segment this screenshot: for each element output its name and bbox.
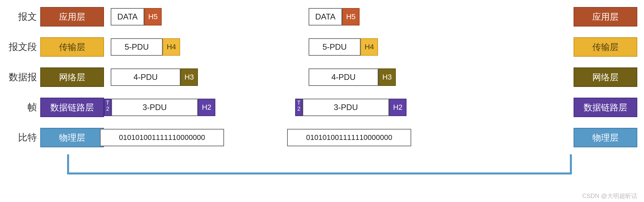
pdu-area-datalink: T 2 3-PDU H2 T 2 3-PDU H2 <box>111 99 567 116</box>
trans-header-left: H4 <box>163 38 180 56</box>
right-layer-physical: 物理层 <box>574 128 637 147</box>
physical-connector <box>67 154 572 174</box>
row-datalink: 帧 数据链路层 T 2 3-PDU H2 T 2 3-PDU H2 数据链路层 <box>7 97 637 117</box>
row-physical: 比特 物理层 010101001111110000000 01010100111… <box>7 128 637 148</box>
left-layer-physical: 物理层 <box>40 128 104 147</box>
right-pdu-application: DATA H5 <box>309 8 470 26</box>
watermark: CSDN @大明超昕话 <box>582 192 637 200</box>
row-application: 报文 应用层 DATA H5 DATA H5 应用层 <box>7 7 637 27</box>
right-layer-datalink: 数据链路层 <box>574 98 637 117</box>
link-trailer-left: T 2 <box>104 99 111 116</box>
left-pdu-application: DATA H5 <box>111 8 272 26</box>
right-layer-application: 应用层 <box>574 7 637 27</box>
net-data-left: 4-PDU <box>111 68 180 86</box>
bits-right: 010101001111110000000 <box>287 129 411 146</box>
link-data-left: 3-PDU <box>111 99 198 116</box>
trans-data-right: 5-PDU <box>309 38 361 56</box>
app-data-right: DATA <box>309 8 342 26</box>
right-layer-network: 网络层 <box>574 67 637 87</box>
app-header-left: H5 <box>144 8 162 26</box>
bits-left: 010101001111110000000 <box>100 129 224 146</box>
net-data-right: 4-PDU <box>309 68 378 86</box>
left-pdu-datalink: T 2 3-PDU H2 <box>104 99 265 116</box>
app-data-left: DATA <box>111 8 144 26</box>
trans-header-right: H4 <box>361 38 378 56</box>
label-segment: 报文段 <box>7 41 40 53</box>
pdu-area-application: DATA H5 DATA H5 <box>111 8 567 26</box>
left-pdu-physical: 010101001111110000000 <box>100 129 261 146</box>
left-pdu-transport: 5-PDU H4 <box>111 38 272 56</box>
left-layer-application: 应用层 <box>40 7 104 27</box>
net-header-right: H3 <box>378 68 396 86</box>
pdu-area-network: 4-PDU H3 4-PDU H3 <box>111 68 567 86</box>
row-network: 数据报 网络层 4-PDU H3 4-PDU H3 网络层 <box>7 67 637 87</box>
left-pdu-network: 4-PDU H3 <box>111 68 272 86</box>
link-trailer-right: T 2 <box>295 99 303 116</box>
pdu-area-physical: 010101001111110000000 010101001111110000… <box>111 129 567 146</box>
right-pdu-network: 4-PDU H3 <box>309 68 470 86</box>
link-header-right: H2 <box>389 99 407 116</box>
right-pdu-datalink: T 2 3-PDU H2 <box>295 99 456 116</box>
right-layer-transport: 传输层 <box>574 37 637 57</box>
link-header-left: H2 <box>198 99 215 116</box>
label-bit: 比特 <box>7 131 40 144</box>
left-layer-datalink: 数据链路层 <box>40 98 104 117</box>
label-frame: 帧 <box>7 101 40 114</box>
trans-data-left: 5-PDU <box>111 38 163 56</box>
net-header-left: H3 <box>180 68 198 86</box>
label-message: 报文 <box>7 10 40 23</box>
label-datagram: 数据报 <box>7 71 40 84</box>
link-data-right: 3-PDU <box>303 99 389 116</box>
left-layer-network: 网络层 <box>40 67 104 87</box>
app-header-right: H5 <box>342 8 360 26</box>
left-layer-transport: 传输层 <box>40 37 104 57</box>
pdu-area-transport: 5-PDU H4 5-PDU H4 <box>111 38 567 56</box>
row-transport: 报文段 传输层 5-PDU H4 5-PDU H4 传输层 <box>7 37 637 57</box>
right-pdu-transport: 5-PDU H4 <box>309 38 470 56</box>
right-pdu-physical: 010101001111110000000 <box>287 129 448 146</box>
